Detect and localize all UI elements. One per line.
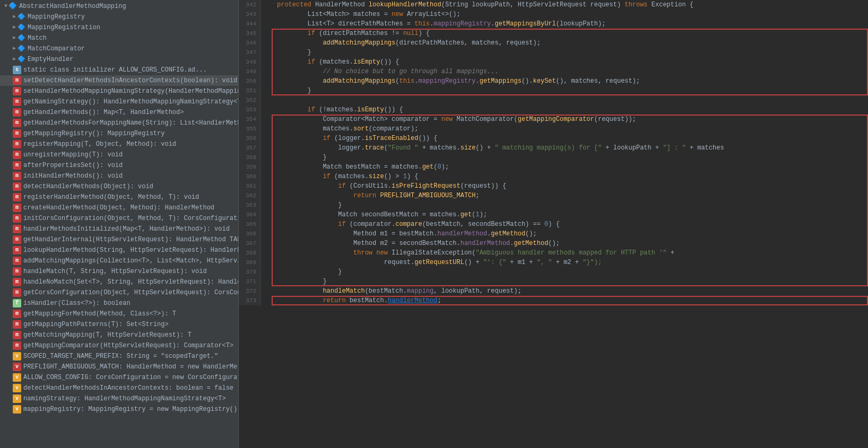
list-item[interactable]: v detectHandlerMethodsInAncestorContexts…	[0, 383, 238, 393]
tree-arrow	[13, 23, 16, 32]
code-content: addMatchingMappings(directPathMatches, m…	[272, 38, 868, 48]
bookmark-col	[261, 105, 272, 115]
bookmark-col	[261, 181, 272, 191]
bookmark-col	[261, 258, 272, 267]
list-item[interactable]: m registerHandlerMethod(Object, Method, …	[0, 192, 238, 203]
list-item[interactable]: m initCorsConfiguration(Object, Method, …	[0, 213, 238, 224]
right-panel: 342 protected HandlerMethod lookupHandle…	[239, 0, 868, 448]
item-label: lookupHandlerMethod(String, HttpServletR…	[23, 245, 239, 255]
item-label: createHandlerMethod(Object, Method): Han…	[23, 203, 214, 213]
code-content: matches.sort(comparator);	[272, 124, 868, 134]
list-item[interactable]: m initHandlerMethods(): void	[0, 171, 238, 181]
bookmark-col	[261, 172, 272, 181]
list-item[interactable]: m getMappingForMethod(Method, Class<?>):…	[0, 309, 238, 319]
bookmark-col	[261, 210, 272, 219]
list-item[interactable]: m addMatchingMappings(Collection<T>, Lis…	[0, 256, 238, 266]
code-line-373: 373 return bestMatch.handlerMethod;	[239, 296, 868, 305]
item-label: getMappingComparator(HttpServletRequest)…	[23, 341, 233, 350]
code-content: return bestMatch.handlerMethod;	[272, 296, 868, 305]
list-item[interactable]: f isHandler(Class<?>): boolean	[0, 298, 238, 309]
bookmark-col	[261, 76, 272, 86]
bookmark-col	[261, 277, 272, 286]
code-line-365: 365 if (comparator.compare(bestMatch, se…	[239, 219, 868, 229]
code-content	[272, 95, 868, 105]
list-item[interactable]: m getCorsConfiguration(Object, HttpServl…	[0, 287, 238, 298]
list-item[interactable]: m setDetectHandlerMethodsInAncestorConte…	[0, 75, 238, 86]
list-item[interactable]: 🔷 MappingRegistration	[0, 22, 238, 33]
code-content: }	[272, 267, 868, 277]
list-item[interactable]: m lookupHandlerMethod(String, HttpServle…	[0, 245, 238, 256]
item-label: handleNoMatch(Set<T>, String, HttpServle…	[23, 277, 239, 287]
tree-arrow	[4, 2, 7, 11]
list-item[interactable]: v SCOPED_TARGET_NAME_PREFIX: String = "s…	[0, 351, 238, 362]
list-item[interactable]: m unregisterMapping(T): void	[0, 150, 238, 160]
list-item[interactable]: m registerMapping(T, Object, Method): vo…	[0, 139, 238, 150]
method-icon: m	[13, 225, 21, 233]
method-icon: m	[13, 331, 21, 339]
item-label: initCorsConfiguration(Object, Method, T)…	[23, 214, 239, 223]
list-item[interactable]: 🔷 MatchComparator	[0, 43, 238, 54]
code-line-367: 367 Method m2 = secondBestMatch.handlerM…	[239, 239, 868, 248]
line-number: 347	[239, 48, 261, 57]
list-item[interactable]: v PREFLIGHT_AMBIGUOUS_MATCH: HandlerMeth…	[0, 362, 238, 372]
list-item[interactable]: 🔷 Match	[0, 33, 238, 43]
line-number: 370	[239, 267, 261, 277]
highlight-region-3: 373 return bestMatch.handlerMethod;	[239, 296, 868, 305]
item-label: registerMapping(T, Object, Method): void	[23, 139, 176, 149]
line-number: 351	[239, 86, 261, 95]
code-content: return PREFLIGHT_AMBIGUOUS_MATCH;	[272, 191, 868, 200]
method-icon: m	[13, 76, 21, 85]
list-item[interactable]: m getMappingPathPatterns(T): Set<String>	[0, 319, 238, 330]
bookmark-col	[261, 239, 272, 248]
list-item[interactable]: v ALLOW_CORS_CONFIG: CorsConfiguration =…	[0, 372, 238, 383]
method-icon: m	[13, 267, 21, 276]
list-item[interactable]: v mappingRegistry: MappingRegistry = new…	[0, 404, 238, 415]
code-content: if (logger.isTraceEnabled()) {	[272, 134, 868, 143]
list-item[interactable]: m getHandlerInternal(HttpServletRequest)…	[0, 234, 238, 245]
list-item[interactable]: m handlerMethodsInitialized(Map<T, Handl…	[0, 224, 238, 234]
list-item[interactable]: 🔷 MappingRegistry	[0, 12, 238, 22]
item-label: getMatchingMapping(T, HttpServletRequest…	[23, 330, 192, 340]
code-container: 342 protected HandlerMethod lookupHandle…	[239, 0, 868, 305]
list-item[interactable]: v namingStrategy: HandlerMethodMappingNa…	[0, 393, 238, 404]
var-icon: v	[13, 363, 21, 371]
class-icon: 🔷	[17, 13, 25, 21]
tree-root-item[interactable]: 🔷 AbstractHandlerMethodMapping	[0, 1, 238, 12]
list-item[interactable]: m handleNoMatch(Set<T>, String, HttpServ…	[0, 277, 238, 287]
list-item[interactable]: m getMatchingMapping(T, HttpServletReque…	[0, 330, 238, 340]
list-item[interactable]: m getNamingStrategy(): HandlerMethodMapp…	[0, 96, 238, 107]
item-label: MappingRegistry	[28, 12, 85, 22]
list-item[interactable]: s static class initializer ALLOW_CORS_CO…	[0, 65, 238, 75]
list-item[interactable]: m afterPropertiesSet(): void	[0, 160, 238, 171]
item-label: Match	[28, 33, 47, 43]
code-line-364: 364 Match secondBestMatch = matches.get(…	[239, 210, 868, 219]
list-item[interactable]: m getHandlerMethodsForMappingName(String…	[0, 118, 238, 128]
list-item[interactable]: m createHandlerMethod(Object, Method): H…	[0, 203, 238, 213]
line-number: 368	[239, 248, 261, 258]
list-item[interactable]: m getMappingComparator(HttpServletReques…	[0, 340, 238, 351]
list-item[interactable]: m getHandlerMethods(): Map<T, HandlerMet…	[0, 107, 238, 118]
code-content: Match bestMatch = matches.get(0);	[272, 162, 868, 172]
list-item[interactable]: 🔷 EmptyHandler	[0, 54, 238, 65]
code-line-372: 372 handleMatch(bestMatch.mapping, looku…	[239, 286, 868, 296]
item-label: setDetectHandlerMethodsInAncestorContext…	[23, 76, 237, 85]
list-item[interactable]: m getMappingRegistry(): MappingRegistry	[0, 128, 238, 139]
item-label: unregisterMapping(T): void	[23, 150, 123, 160]
var-icon: v	[13, 352, 21, 361]
method-icon: m	[13, 161, 21, 170]
tree-arrow	[13, 33, 16, 43]
code-line-342: 342 protected HandlerMethod lookupHandle…	[239, 0, 868, 10]
line-number: 372	[239, 286, 261, 296]
code-line-350: 350 addMatchingMappings(this.mappingRegi…	[239, 76, 868, 86]
list-item[interactable]: m setHandlerMethodMappingNamingStrategy(…	[0, 86, 238, 96]
code-line-356: 356 if (logger.isTraceEnabled()) {	[239, 134, 868, 143]
list-item[interactable]: m detectHandlerMethods(Object): void	[0, 181, 238, 192]
method-icon: m	[13, 98, 21, 106]
item-label: setHandlerMethodMappingNamingStrategy(Ha…	[23, 86, 239, 96]
class-icon: 🔷	[17, 34, 25, 42]
tree-arrow	[13, 12, 16, 22]
list-item[interactable]: m handleMatch(T, String, HttpServletRequ…	[0, 266, 238, 277]
code-line-359: 359 Match bestMatch = matches.get(0);	[239, 162, 868, 172]
line-number: 371	[239, 277, 261, 286]
code-line-369: 369 request.getRequestURL() + "': {" + m…	[239, 258, 868, 267]
